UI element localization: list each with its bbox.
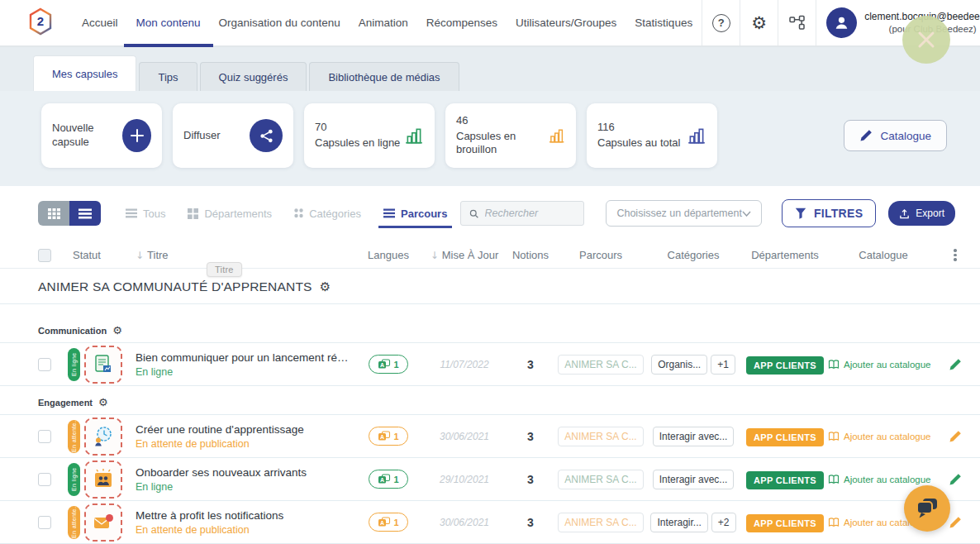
nav-accueil[interactable]: Accueil [73,0,127,45]
edit-button[interactable] [949,516,962,529]
capsule-status: En ligne [136,481,352,493]
nav-animation[interactable]: Animation [350,0,417,45]
book-icon [828,360,840,370]
settings-button[interactable]: ⚙ [740,0,778,45]
department-chip[interactable]: APP CLIENTS [746,356,824,375]
share-icon[interactable] [250,119,283,152]
language-badge[interactable]: A 1 [369,427,407,446]
capsule-title[interactable]: Onboarder ses nouveaux arrivants [136,466,352,479]
nav-recompenses[interactable]: Récompenses [417,0,507,45]
category-chip[interactable]: Interagir avec... [653,470,735,489]
gear-icon[interactable]: ⚙ [98,396,108,408]
department-chip[interactable]: APP CLIENTS [746,471,824,489]
row-checkbox[interactable] [38,430,51,443]
add-to-catalogue-link[interactable]: Ajouter au catalogue [828,475,939,484]
filter-categories[interactable]: Catégories [294,208,361,220]
filter-departements[interactable]: Départements [188,208,272,220]
capsule-title[interactable]: Mettre à profit les notifications [136,509,352,522]
col-departements[interactable]: Départements [742,249,828,261]
org-chart-button[interactable] [778,0,816,45]
capsule-thumbnail[interactable] [84,503,122,542]
parcours-chip[interactable]: ANIMER SA C... [558,470,643,489]
capsule-thumbnail[interactable] [84,346,122,384]
chevron-down-icon [742,211,751,217]
table-row[interactable]: En ligne Onboarder ses nouveaux arrivant… [0,458,980,501]
language-badge[interactable]: A 1 [369,355,407,374]
updated-date: 29/10/2021 [425,474,504,485]
gear-icon[interactable]: ⚙ [320,279,331,294]
help-button[interactable]: ? [702,0,740,45]
language-badge[interactable]: A 1 [369,513,407,532]
table-row[interactable]: En attente. Mettre à profit les notifica… [0,501,980,544]
table-row[interactable]: En attente. Créer une routine d'apprenti… [0,415,980,458]
add-to-catalogue-link[interactable]: Ajouter au catalogue [828,360,939,370]
edit-button[interactable] [949,430,962,443]
nav-utilisateurs-groupes[interactable]: Utilisateurs/Groupes [507,0,626,45]
col-langues[interactable]: Langues [352,249,425,261]
row-checkbox[interactable] [38,358,51,371]
tab-mes-capsules[interactable]: Mes capsules [33,55,136,91]
gear-icon[interactable]: ⚙ [112,324,122,336]
filters-button[interactable]: FILTRES [782,199,876,227]
col-mise-a-jour[interactable]: ↓Mise À Jour [425,249,504,261]
beedeez-logo[interactable]: 2 [28,7,53,39]
bar-chart-icon [687,126,706,145]
search-input[interactable] [485,208,576,219]
columns-menu-button[interactable] [949,246,961,264]
language-badge[interactable]: A 1 [369,470,407,489]
nav-organisation-du-contenu[interactable]: Organisation du contenu [210,0,350,45]
filter-parcours[interactable]: Parcours [383,208,447,220]
category-chip[interactable]: Interagir... [650,513,707,532]
capsule-title[interactable]: Bien communiquer pour un lancement réuss… [136,351,352,364]
new-capsule-card[interactable]: Nouvelle capsule [41,103,162,168]
parcours-group-title: ANIMER SA COMMUNAUTÉ D'APPRENANTS [38,279,312,294]
nav-mon-contenu[interactable]: Mon contenu [127,0,210,45]
edit-button[interactable] [949,473,962,486]
chat-widget-button[interactable] [904,485,950,532]
catalogue-button[interactable]: Catalogue [844,120,947,151]
capsule-thumbnail[interactable] [84,460,122,499]
category-more-chip[interactable]: +1 [711,355,735,375]
sort-desc-icon[interactable]: ↓ [136,250,144,261]
tab-quiz-suggeres[interactable]: Quiz suggérés [200,62,307,91]
edit-button[interactable] [949,358,962,371]
capsule-thumbnail[interactable] [84,418,122,456]
sort-desc-icon[interactable]: ↓ [431,250,439,261]
row-checkbox[interactable] [38,473,51,486]
nav-statistiques[interactable]: Statistiques [626,0,702,45]
add-to-catalogue-link[interactable]: Ajouter au catalogue [828,432,939,441]
col-notions[interactable]: Notions [504,249,557,261]
table-row[interactable]: En ligne Bien communiquer pour un lancem… [0,343,980,386]
category-more-chip[interactable]: +2 [711,513,736,532]
col-statut[interactable]: Statut [73,249,101,261]
parcours-chip[interactable]: ANIMER SA C... [558,427,643,446]
col-categories[interactable]: Catégories [645,249,742,261]
parcours-chip[interactable]: ANIMER SA C... [558,513,643,532]
col-titre[interactable]: ↓Titre [136,249,352,261]
tab-label: Bibliothèque de médias [328,71,440,84]
department-chip[interactable]: APP CLIENTS [746,428,824,446]
department-select[interactable]: Choisissez un département [606,200,761,227]
row-checkbox[interactable] [38,516,51,529]
export-button[interactable]: Export [888,201,955,226]
select-all-checkbox[interactable] [38,249,51,262]
list-view-button[interactable] [69,201,101,226]
svg-text:A: A [380,434,384,440]
tab-tips[interactable]: Tips [139,62,197,91]
plus-icon[interactable] [122,119,151,152]
pencil-icon [949,430,962,443]
col-catalogue[interactable]: Catalogue [828,249,939,261]
capsule-title[interactable]: Créer une routine d'apprentissage [136,423,352,436]
filter-tous[interactable]: Tous [126,208,165,220]
parcours-chip[interactable]: ANIMER SA C... [558,355,643,375]
grid-view-button[interactable] [38,201,69,226]
user-menu[interactable]: clement.bocquin@beedeez.c... (pour Club … [816,0,980,45]
category-chip[interactable]: Interagir avec... [653,427,735,446]
department-chip[interactable]: APP CLIENTS [746,514,824,532]
top-navbar: 2 Accueil Mon contenu Organisation du co… [0,0,980,47]
close-overlay-button[interactable] [902,16,950,64]
category-chip[interactable]: Organis... [651,355,707,375]
diffuse-card[interactable]: Diffuser [173,103,293,168]
col-parcours[interactable]: Parcours [557,249,645,261]
tab-bibliotheque-de-medias[interactable]: Bibliothèque de médias [309,62,459,91]
